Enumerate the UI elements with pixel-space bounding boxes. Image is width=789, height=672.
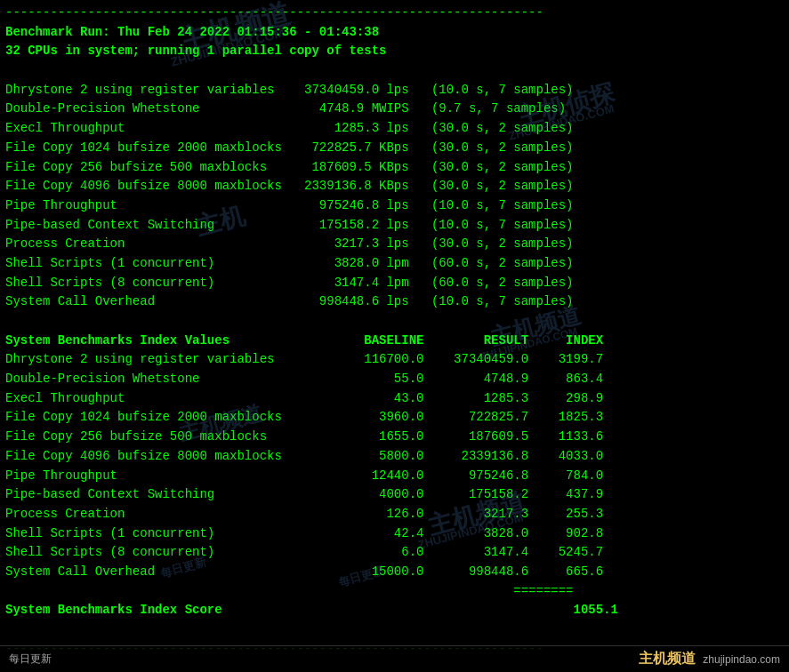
index-row: Dhrystone 2 using register variables 116… — [5, 350, 784, 370]
result-row: Pipe-based Context Switching 175158.2 lp… — [5, 216, 784, 236]
bottom-bar: 每日更新 主机频道 zhujipindao.com — [0, 645, 789, 672]
bottom-bar-left-text: 每日更新 — [9, 652, 52, 667]
result-row: Double-Precision Whetstone 4748.9 MWIPS … — [5, 100, 784, 119]
index-row: File Copy 256 bufsize 500 maxblocks 1655… — [5, 428, 784, 447]
result-row: Execl Throughput 1285.3 lps (30.0 s, 2 s… — [5, 119, 784, 139]
score-section: ========System Benchmarks Index Score 10… — [5, 582, 784, 640]
results-section: Dhrystone 2 using register variables 373… — [5, 81, 784, 312]
index-row: System Call Overhead 15000.0 998448.6 66… — [5, 563, 784, 582]
terminal: ----------------------------------------… — [0, 0, 789, 662]
index-row: Pipe-based Context Switching 4000.0 1751… — [5, 485, 784, 505]
index-row: Execl Throughput 43.0 1285.3 298.9 — [5, 389, 784, 409]
result-row: Pipe Throughput 975246.8 lps (10.0 s, 7 … — [5, 196, 784, 216]
result-row: File Copy 1024 bufsize 2000 maxblocks 72… — [5, 139, 784, 158]
index-row: Process Creation 126.0 3217.3 255.3 — [5, 505, 784, 524]
result-row: Dhrystone 2 using register variables 373… — [5, 81, 784, 100]
separator-top: ----------------------------------------… — [5, 4, 784, 23]
result-row: Process Creation 3217.3 lps (30.0 s, 2 s… — [5, 235, 784, 254]
index-section: Dhrystone 2 using register variables 116… — [5, 350, 784, 581]
result-row: Shell Scripts (8 concurrent) 3147.4 lpm … — [5, 274, 784, 293]
index-row: Double-Precision Whetstone 55.0 4748.9 8… — [5, 370, 784, 389]
index-row: Shell Scripts (8 concurrent) 6.0 3147.4 … — [5, 543, 784, 563]
index-header: System Benchmarks Index Values BASELINE … — [5, 332, 784, 351]
blank2 — [5, 312, 784, 332]
brand-label: 主机频道 — [639, 650, 696, 668]
index-row: File Copy 4096 bufsize 8000 maxblocks 58… — [5, 447, 784, 467]
score-separator: ======== — [5, 582, 784, 602]
index-row: Shell Scripts (1 concurrent) 42.4 3828.0… — [5, 524, 784, 544]
header-line1: Benchmark Run: Thu Feb 24 2022 01:15:36 … — [5, 23, 784, 43]
brand-url: zhujipindao.com — [703, 653, 780, 666]
result-row: File Copy 4096 bufsize 8000 maxblocks 23… — [5, 177, 784, 196]
bottom-bar-right: 主机频道 zhujipindao.com — [639, 650, 780, 668]
index-row: Pipe Throughput 12440.0 975246.8 784.0 — [5, 467, 784, 486]
score-line: System Benchmarks Index Score 1055.1 — [5, 601, 784, 620]
blank1 — [5, 61, 784, 81]
result-row: System Call Overhead 998448.6 lps (10.0 … — [5, 292, 784, 312]
result-row: File Copy 256 bufsize 500 maxblocks 1876… — [5, 158, 784, 178]
blank3 — [5, 620, 784, 640]
result-row: Shell Scripts (1 concurrent) 3828.0 lpm … — [5, 254, 784, 274]
header-line2: 32 CPUs in system; running 1 parallel co… — [5, 42, 784, 61]
index-row: File Copy 1024 bufsize 2000 maxblocks 39… — [5, 408, 784, 428]
index-header-row: System Benchmarks Index Values BASELINE … — [5, 332, 784, 351]
